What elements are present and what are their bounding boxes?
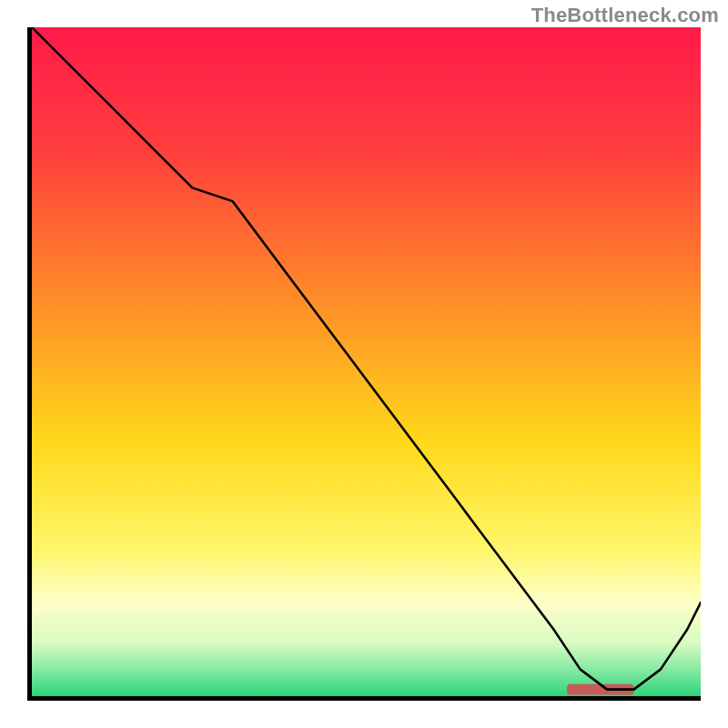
plot-area: [27, 27, 701, 701]
chart-svg: [32, 27, 701, 696]
chart-frame: TheBottleneck.com: [0, 0, 728, 728]
watermark-text: TheBottleneck.com: [531, 4, 719, 27]
